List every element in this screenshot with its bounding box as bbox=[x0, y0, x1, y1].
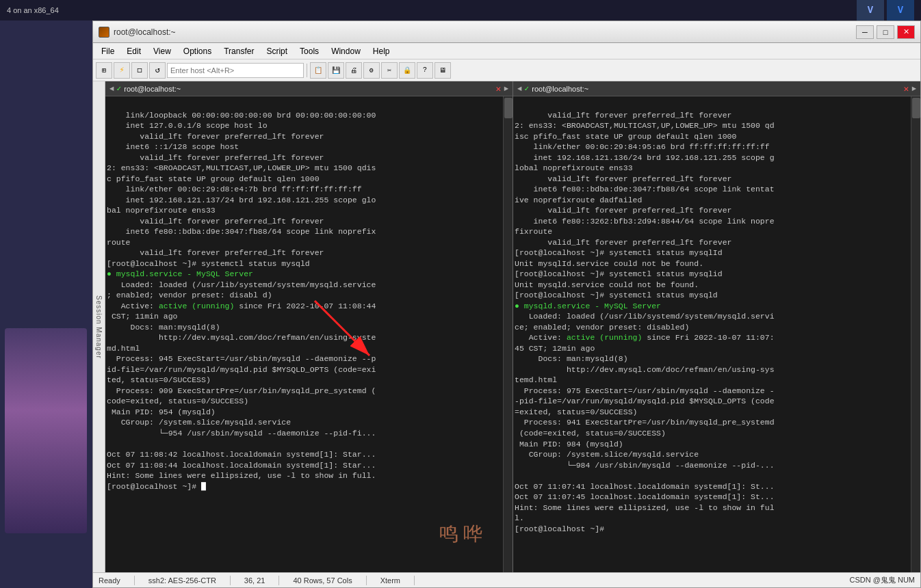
toolbar: ⊞ ⚡ ◻ ↺ 📋 💾 🖨 ⚙ ✂ 🔒 ? 🖥 bbox=[93, 59, 920, 81]
toolbar-clone-btn[interactable]: ◻ bbox=[131, 62, 148, 79]
title-bar-controls: ─ □ ✕ bbox=[856, 25, 915, 39]
toolbar-lightning-btn[interactable]: ⚡ bbox=[114, 62, 130, 79]
tab-check-right: ✓ bbox=[525, 84, 530, 93]
menu-bar: File Edit View Options Transfer Script T… bbox=[93, 43, 920, 59]
status-sep-5 bbox=[414, 576, 415, 585]
scrollbar-left[interactable] bbox=[503, 96, 513, 572]
status-sep-1 bbox=[134, 576, 135, 585]
status-ssh: ssh2: AES-256-CTR bbox=[148, 576, 216, 585]
tab-nav-left[interactable]: ◄ bbox=[109, 85, 114, 93]
status-bar: Ready ssh2: AES-256-CTR 36, 21 40 Rows, … bbox=[93, 572, 920, 587]
close-button[interactable]: ✕ bbox=[897, 25, 915, 39]
host-input[interactable] bbox=[167, 63, 304, 78]
tab-nav-right-left[interactable]: ► bbox=[504, 85, 508, 93]
terminal-pane-left: ◄ ✓ root@localhost:~ ✕ ► link/loopback 0… bbox=[105, 81, 513, 572]
terminal-pane-right: ◄ ✓ root@localhost:~ ✕ ► valid_lft forev… bbox=[513, 81, 920, 572]
title-bar: root@localhost:~ ─ □ ✕ bbox=[93, 21, 920, 43]
top-strip: 4 on an x86_64 V V bbox=[0, 0, 921, 21]
toolbar-btn-lock[interactable]: 🔒 bbox=[399, 62, 415, 79]
terminal-split: ◄ ✓ root@localhost:~ ✕ ► link/loopback 0… bbox=[105, 81, 920, 572]
tab-title-left: root@localhost:~ bbox=[124, 85, 493, 93]
maximize-button[interactable]: □ bbox=[877, 25, 894, 39]
status-sep-3 bbox=[278, 576, 279, 585]
top-icon-2: V bbox=[887, 0, 914, 21]
terminal-output-right[interactable]: valid_lft forever preferred_lft forever … bbox=[513, 96, 920, 572]
toolbar-btn-save[interactable]: 💾 bbox=[328, 62, 344, 79]
status-sep-4 bbox=[366, 576, 367, 585]
content-area: Session Manager ◄ ✓ root@localhost:~ ✕ ►… bbox=[93, 81, 920, 572]
terminal-tab-right: ◄ ✓ root@localhost:~ ✕ ► bbox=[513, 81, 920, 96]
menu-window[interactable]: Window bbox=[326, 45, 366, 57]
top-right-icons: V V bbox=[857, 0, 914, 21]
status-terminal: Xterm bbox=[380, 576, 400, 585]
tab-nav-left-right[interactable]: ◄ bbox=[517, 85, 522, 93]
terminals-container: ◄ ✓ root@localhost:~ ✕ ► link/loopback 0… bbox=[105, 81, 920, 572]
window-title: root@localhost:~ bbox=[114, 27, 176, 37]
toolbar-btn-settings[interactable]: ⚙ bbox=[363, 62, 380, 79]
toolbar-btn-print[interactable]: 🖨 bbox=[346, 62, 362, 79]
status-sep-2 bbox=[230, 576, 231, 585]
top-label: 4 on an x86_64 bbox=[7, 6, 59, 14]
left-bg bbox=[0, 0, 92, 588]
toolbar-btn-monitor[interactable]: 🖥 bbox=[434, 62, 451, 79]
menu-options[interactable]: Options bbox=[178, 45, 217, 57]
menu-transfer[interactable]: Transfer bbox=[218, 45, 259, 57]
status-cursor: 36, 21 bbox=[244, 576, 265, 585]
status-right: CSDN @鬼鬼 NUM bbox=[850, 575, 916, 585]
left-strip bbox=[0, 0, 92, 588]
toolbar-btn-copy[interactable]: 📋 bbox=[310, 62, 326, 79]
menu-edit[interactable]: Edit bbox=[121, 45, 146, 57]
toolbar-reconnect-btn[interactable]: ↺ bbox=[149, 62, 166, 79]
minimize-button[interactable]: ─ bbox=[856, 25, 874, 39]
status-ready: Ready bbox=[99, 576, 120, 585]
menu-tools[interactable]: Tools bbox=[294, 45, 324, 57]
menu-file[interactable]: File bbox=[96, 45, 120, 57]
scrollbar-right[interactable] bbox=[911, 96, 920, 572]
tab-title-right: root@localhost:~ bbox=[532, 85, 900, 93]
status-rows-cols: 40 Rows, 57 Cols bbox=[293, 576, 352, 585]
securecrt-window: root@localhost:~ ─ □ ✕ File Edit View Op… bbox=[92, 21, 921, 588]
toolbar-btn-cut[interactable]: ✂ bbox=[381, 62, 398, 79]
toolbar-btn-help[interactable]: ? bbox=[417, 62, 433, 79]
menu-help[interactable]: Help bbox=[367, 45, 395, 57]
menu-view[interactable]: View bbox=[148, 45, 177, 57]
anime-image bbox=[5, 328, 87, 533]
title-bar-left: root@localhost:~ bbox=[99, 27, 176, 38]
tab-close-right[interactable]: ✕ bbox=[904, 83, 909, 94]
tab-check-left: ✓ bbox=[117, 84, 122, 93]
terminal-tab-left: ◄ ✓ root@localhost:~ ✕ ► bbox=[105, 81, 513, 96]
terminal-output-left[interactable]: link/loopback 00:00:00:00:00:00 brd 00:0… bbox=[105, 96, 513, 572]
top-icon-1: V bbox=[857, 0, 884, 21]
session-manager-sidebar: Session Manager bbox=[93, 81, 105, 572]
toolbar-session-btn[interactable]: ⊞ bbox=[96, 62, 112, 79]
tab-close-left[interactable]: ✕ bbox=[496, 83, 502, 94]
session-manager-label: Session Manager bbox=[95, 295, 103, 359]
toolbar-separator-1 bbox=[307, 64, 307, 77]
menu-script[interactable]: Script bbox=[261, 45, 293, 57]
tab-nav-right-right[interactable]: ► bbox=[911, 85, 916, 93]
app-icon bbox=[99, 27, 109, 38]
